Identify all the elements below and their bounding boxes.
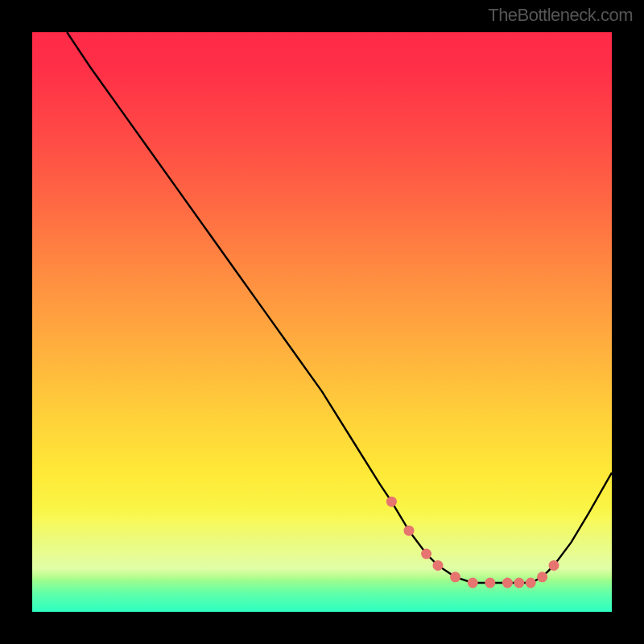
attribution-text: TheBottleneck.com xyxy=(488,5,633,26)
chart-container: TheBottleneck.com xyxy=(0,0,644,644)
plot-area xyxy=(32,32,612,612)
gradient-background xyxy=(32,32,612,612)
